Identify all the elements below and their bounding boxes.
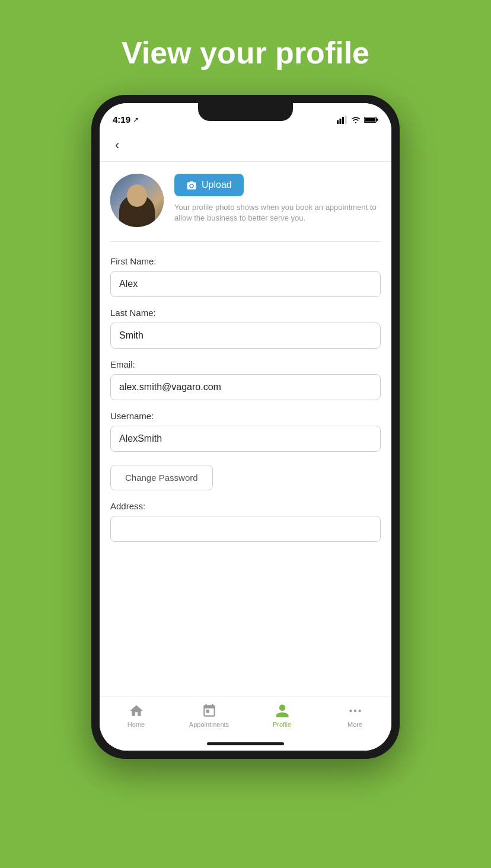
- home-indicator: [100, 738, 391, 751]
- svg-rect-0: [337, 120, 339, 124]
- change-password-button[interactable]: Change Password: [110, 465, 213, 490]
- tab-more[interactable]: More: [334, 703, 376, 728]
- camera-icon: [186, 180, 197, 190]
- home-icon: [129, 703, 144, 719]
- last-name-group: Last Name:: [110, 308, 381, 349]
- tab-profile-label: Profile: [273, 721, 291, 728]
- email-label: Email:: [110, 359, 381, 369]
- avatar: [110, 174, 164, 227]
- username-group: Username:: [110, 411, 381, 452]
- last-name-input[interactable]: [110, 323, 381, 349]
- wifi-icon: [350, 116, 361, 124]
- app-content: ‹ Upload: [100, 129, 391, 751]
- status-time: 4:19: [113, 114, 130, 125]
- svg-point-8: [353, 710, 356, 712]
- svg-rect-2: [342, 117, 344, 124]
- top-nav: ‹: [100, 129, 391, 162]
- battery-icon: [364, 116, 378, 124]
- tab-bar: Home Appointments Profile: [100, 697, 391, 738]
- svg-point-7: [349, 710, 352, 712]
- address-group: Address:: [110, 501, 381, 542]
- svg-point-9: [358, 710, 361, 712]
- username-input[interactable]: [110, 426, 381, 452]
- photo-right: Upload Your profile photo shows when you…: [174, 174, 381, 224]
- back-button[interactable]: ‹: [110, 135, 124, 155]
- tab-profile[interactable]: Profile: [262, 703, 303, 728]
- scroll-content: Upload Your profile photo shows when you…: [100, 162, 391, 697]
- tab-appointments[interactable]: Appointments: [189, 703, 230, 728]
- phone-screen: 4:19 ↗: [100, 103, 391, 751]
- phone-shell: 4:19 ↗: [91, 95, 400, 759]
- first-name-group: First Name:: [110, 256, 381, 297]
- tab-home[interactable]: Home: [116, 703, 157, 728]
- notch: [198, 103, 293, 121]
- profile-icon: [275, 703, 290, 719]
- svg-rect-1: [340, 119, 342, 124]
- more-dots-icon: [347, 703, 363, 719]
- upload-label: Upload: [202, 180, 232, 190]
- email-input[interactable]: [110, 374, 381, 400]
- tab-more-label: More: [347, 721, 362, 728]
- email-group: Email:: [110, 359, 381, 400]
- signal-icon: [337, 116, 347, 124]
- page-heading: View your profile: [122, 36, 369, 71]
- avatar-image: [110, 174, 164, 227]
- username-label: Username:: [110, 411, 381, 421]
- last-name-label: Last Name:: [110, 308, 381, 318]
- photo-section: Upload Your profile photo shows when you…: [110, 174, 381, 242]
- status-icons: [337, 116, 378, 124]
- location-arrow-icon: ↗: [133, 116, 139, 124]
- tab-appointments-label: Appointments: [189, 721, 229, 728]
- tab-home-label: Home: [127, 721, 145, 728]
- svg-rect-3: [345, 116, 347, 124]
- upload-photo-button[interactable]: Upload: [174, 174, 244, 196]
- address-label: Address:: [110, 501, 381, 511]
- photo-description: Your profile photo shows when you book a…: [174, 202, 381, 224]
- first-name-label: First Name:: [110, 256, 381, 266]
- home-bar: [207, 742, 284, 745]
- calendar-icon: [202, 703, 217, 719]
- change-password-group: Change Password: [110, 462, 381, 490]
- first-name-input[interactable]: [110, 271, 381, 297]
- svg-rect-6: [365, 118, 375, 122]
- svg-rect-5: [377, 119, 378, 120]
- address-input[interactable]: [110, 516, 381, 542]
